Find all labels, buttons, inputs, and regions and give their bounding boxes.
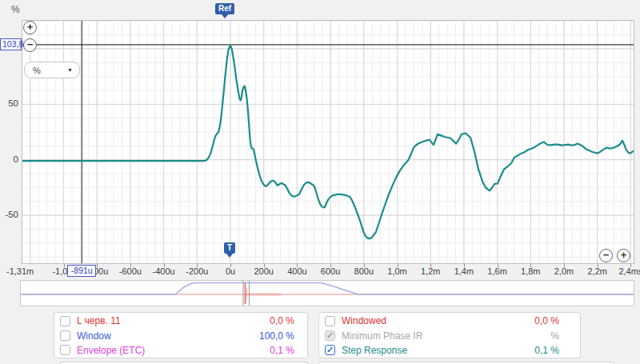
checkbox[interactable]: ✓ xyxy=(60,316,70,326)
legend-row: ✓ Window 100,0 % xyxy=(54,328,307,342)
y-tick-label: 0 xyxy=(0,154,18,164)
x-tick-label: 800u xyxy=(354,266,374,276)
impulse-overview-strip[interactable] xyxy=(20,280,634,306)
legend-label: Window xyxy=(77,330,243,342)
step-response-chart[interactable] xyxy=(22,20,634,264)
legend-right-panel: ✓ Windowed 0,0 % ✓ Minimum Phase IR % ✓ … xyxy=(318,312,581,358)
x-tick-label: 2,0m xyxy=(554,266,574,276)
legend-left-panel: ✓ L черв. 11 0,0 % ✓ Window 100,0 % ✓ En… xyxy=(54,312,308,358)
zoom-in-icon[interactable]: + xyxy=(617,249,630,262)
checkbox[interactable]: ✓ xyxy=(60,330,70,341)
legend-row: ✓ Minimum Phase IR % xyxy=(319,328,580,342)
x-tick-label: 1,6m xyxy=(487,266,506,276)
y-tick-label: 50 xyxy=(0,98,18,108)
checkbox[interactable]: ✓ xyxy=(325,316,335,326)
x-tick-label: -600u xyxy=(119,266,142,276)
x-tick-label: 2,2m xyxy=(587,266,606,276)
chevron-down-icon: ▼ xyxy=(67,67,73,73)
check-icon: ✓ xyxy=(326,346,334,354)
zoom-out-icon[interactable]: − xyxy=(23,38,37,52)
ref-level-readout[interactable]: 103,8 xyxy=(0,38,22,50)
checkbox[interactable]: ✓ xyxy=(60,345,70,355)
line-swatch-slot xyxy=(424,320,508,322)
legend-label: Envelope (ETC) xyxy=(77,345,243,356)
legend-label: Minimum Phase IR xyxy=(342,330,424,342)
x-tick-label: 1,0m xyxy=(387,266,406,276)
x-tick-label: 1,2m xyxy=(421,266,440,276)
checkbox[interactable]: ✓ xyxy=(325,345,335,355)
checkbox[interactable]: ✓ xyxy=(325,330,335,341)
legend-row: ✓ L черв. 11 0,0 % xyxy=(54,314,307,328)
legend-value: 0,0 % xyxy=(508,315,559,326)
y-unit-dropdown[interactable]: % ▼ xyxy=(24,62,80,78)
x-tick-label: 1,8m xyxy=(521,266,540,276)
x-tick-label: 200u xyxy=(254,266,273,276)
x-tick-label: -200u xyxy=(186,266,208,276)
legend-row: ✓ Envelope (ETC) 0,1 % xyxy=(54,343,307,358)
line-swatch-slot xyxy=(424,334,508,337)
legend-row: ✓ Step Response 0,1 % xyxy=(319,343,580,358)
legend-row: ✓ Windowed 0,0 % xyxy=(319,314,580,328)
legend-label: Windowed xyxy=(342,315,424,326)
legend-value: 0,0 % xyxy=(243,315,294,326)
ref-marker[interactable]: Ref xyxy=(215,3,234,18)
legend-value: 0,1 % xyxy=(508,345,559,356)
x-tick-label: 0u xyxy=(226,266,235,276)
legend-label: L черв. 11 xyxy=(77,315,243,326)
x-tick-label: 1,4m xyxy=(454,266,474,276)
zoom-in-icon[interactable]: + xyxy=(23,21,37,34)
marker-pointer-icon xyxy=(226,254,233,258)
x-tick-label: -1,31m xyxy=(6,266,34,276)
legend-value: 100,0 % xyxy=(243,330,294,342)
legend-value: % xyxy=(508,330,559,342)
x-tick-label: 2,4ms xyxy=(618,266,640,276)
time-zero-marker[interactable]: T xyxy=(224,242,235,258)
legend-label: Step Response xyxy=(342,345,424,356)
app-window: % 500-50 -1,31m-1,0m-800u-600u-400u-200u… xyxy=(0,0,640,364)
zoom-out-icon[interactable]: − xyxy=(599,249,613,262)
x-tick-label: -400u xyxy=(153,266,175,276)
x-tick-label: 400u xyxy=(287,266,306,276)
x-tick-label: 600u xyxy=(321,266,340,276)
check-icon: ✓ xyxy=(326,331,334,340)
dropdown-value: % xyxy=(33,66,67,75)
cursor-time-readout[interactable]: -891u xyxy=(67,265,96,277)
y-tick-label: -50 xyxy=(0,210,18,219)
y-axis-unit-label: % xyxy=(11,4,20,15)
legend-value: 0,1 % xyxy=(243,345,294,356)
marker-pointer-icon xyxy=(222,14,228,18)
line-swatch xyxy=(424,349,508,351)
